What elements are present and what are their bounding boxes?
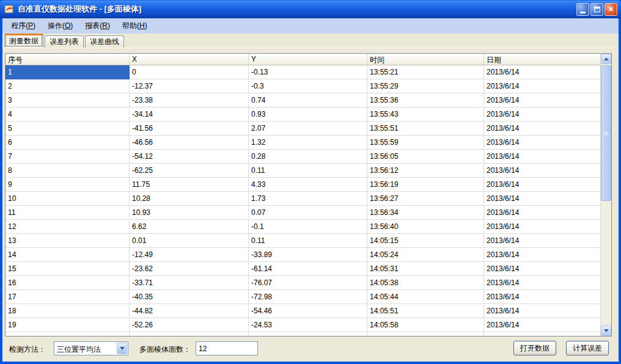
table-cell[interactable]: -12.49 [130, 248, 249, 262]
table-row[interactable]: 15-23.62-61.1414:05:312013/6/14 [6, 262, 601, 276]
menu-item-report[interactable]: 报表(R) [79, 18, 116, 34]
table-cell[interactable]: 3 [6, 93, 130, 107]
table-cell[interactable]: 18 [6, 304, 130, 318]
table-row[interactable]: 1010.281.7313:56:272013/6/14 [6, 192, 601, 206]
table-cell[interactable]: 10.93 [130, 206, 249, 220]
table-cell[interactable]: 1.73 [249, 192, 367, 206]
table-cell[interactable]: 12 [6, 220, 130, 234]
table-row[interactable]: 8-62.250.1113:56:122013/6/14 [6, 164, 601, 178]
table-cell[interactable]: 13:55:36 [367, 93, 484, 107]
table-cell[interactable]: 2013/6/14 [484, 122, 601, 136]
table-cell[interactable]: 16 [6, 276, 130, 290]
table-cell[interactable]: 2013/6/14 [484, 318, 601, 332]
table-cell[interactable]: 5 [6, 122, 130, 136]
table-row[interactable]: 126.62-0.113:56:402013/6/14 [6, 220, 601, 234]
table-cell[interactable]: 2013/6/14 [484, 178, 601, 192]
table-cell[interactable]: 15 [6, 262, 130, 276]
scroll-down-button[interactable] [601, 326, 611, 336]
table-cell[interactable]: 2013/6/14 [484, 304, 601, 318]
table-cell[interactable]: -76.07 [249, 276, 367, 290]
table-cell[interactable]: 1 [6, 65, 130, 79]
column-header-4[interactable]: 日期 [484, 54, 601, 65]
table-cell[interactable]: 2013/6/14 [484, 93, 601, 107]
tab-error-curve[interactable]: 误差曲线 [85, 35, 124, 48]
table-cell[interactable]: 11 [6, 206, 130, 220]
table-cell[interactable]: -52.26 [130, 318, 249, 332]
table-cell[interactable]: -62.25 [130, 164, 249, 178]
table-cell[interactable]: 13:56:27 [367, 192, 484, 206]
table-cell[interactable]: 2013/6/14 [484, 164, 601, 178]
menu-item-program[interactable]: 程序(P) [5, 18, 42, 34]
calc-error-button[interactable]: 计算误差 [566, 341, 609, 355]
table-cell[interactable]: -23.62 [130, 262, 249, 276]
table-cell[interactable]: -12.37 [130, 79, 249, 93]
table-cell[interactable]: 20 [6, 332, 130, 336]
table-cell[interactable]: 1.32 [249, 136, 367, 150]
table-cell[interactable]: 0.46 [249, 332, 367, 336]
method-combobox[interactable]: 三位置平均法 [54, 341, 128, 355]
table-cell[interactable]: 2.07 [249, 122, 367, 136]
table-row[interactable]: 16-33.71-76.0714:05:382013/6/14 [6, 276, 601, 290]
table-row[interactable]: 4-34.140.9313:55:432013/6/14 [6, 107, 601, 122]
table-row[interactable]: 14-12.49-33.8914:05:242013/6/14 [6, 248, 601, 262]
table-row[interactable]: 19-52.26-24.5314:05:582013/6/14 [6, 318, 601, 332]
table-cell[interactable]: 13:55:59 [367, 136, 484, 150]
table-row[interactable]: 5-41.562.0713:55:512013/6/14 [6, 122, 601, 136]
table-row[interactable]: 7-54.120.2813:56:052013/6/14 [6, 150, 601, 164]
table-cell[interactable]: 13:56:40 [367, 220, 484, 234]
table-cell[interactable]: 19 [6, 318, 130, 332]
table-row[interactable]: 17-40.35-72.9814:05:442013/6/14 [6, 290, 601, 304]
table-cell[interactable]: 13:56:34 [367, 206, 484, 220]
faces-count-input[interactable] [196, 341, 258, 355]
column-header-0[interactable]: 序号 [6, 54, 130, 65]
table-cell[interactable]: 14:06:05 [367, 332, 484, 336]
table-cell[interactable]: 14:05:31 [367, 262, 484, 276]
table-cell[interactable]: 13 [6, 234, 130, 248]
table-cell[interactable]: 6 [6, 136, 130, 150]
table-cell[interactable]: 0.01 [130, 234, 249, 248]
table-cell[interactable]: 2013/6/14 [484, 192, 601, 206]
table-cell[interactable]: 2013/6/14 [484, 276, 601, 290]
table-cell[interactable]: -40.35 [130, 290, 249, 304]
close-button[interactable]: ✕ [604, 3, 617, 16]
table-cell[interactable]: 0.93 [249, 107, 367, 122]
table-cell[interactable]: -23.38 [130, 93, 249, 107]
column-header-3[interactable]: 时间 [367, 54, 484, 65]
table-cell[interactable]: 13:55:51 [367, 122, 484, 136]
table-cell[interactable]: 2013/6/14 [484, 79, 601, 93]
column-header-1[interactable]: X [130, 54, 249, 65]
table-cell[interactable]: 2013/6/14 [484, 248, 601, 262]
table-cell[interactable]: -61.14 [249, 262, 367, 276]
table-row[interactable]: 2-12.37-0.313:55:292013/6/14 [6, 79, 601, 93]
table-cell[interactable]: 2013/6/14 [484, 234, 601, 248]
table-cell[interactable]: -0.3 [249, 79, 367, 93]
table-cell[interactable]: 0.11 [249, 164, 367, 178]
table-cell[interactable]: -54.12 [130, 150, 249, 164]
table-cell[interactable]: 2013/6/14 [484, 332, 601, 336]
table-cell[interactable]: 2013/6/14 [484, 107, 601, 122]
table-cell[interactable]: -54.46 [249, 304, 367, 318]
table-cell[interactable]: 6.62 [130, 220, 249, 234]
table-cell[interactable]: 14:05:58 [367, 318, 484, 332]
column-header-2[interactable]: Y [249, 54, 367, 65]
table-cell[interactable]: 14:05:51 [367, 304, 484, 318]
table-cell[interactable]: 2013/6/14 [484, 150, 601, 164]
table-row[interactable]: 6-46.561.3213:55:592013/6/14 [6, 136, 601, 150]
table-cell[interactable]: 9 [6, 178, 130, 192]
table-cell[interactable]: 2013/6/14 [484, 220, 601, 234]
table-cell[interactable]: 14:05:38 [367, 276, 484, 290]
table-row[interactable]: 911.754.3313:56:192013/6/14 [6, 178, 601, 192]
table-cell[interactable]: 17 [6, 290, 130, 304]
table-cell[interactable]: 8 [6, 164, 130, 178]
menu-item-operation[interactable]: 操作(O) [42, 18, 79, 34]
table-cell[interactable]: -0.13 [249, 65, 367, 79]
table-cell[interactable]: 0.74 [249, 93, 367, 107]
table-cell[interactable]: 14:05:44 [367, 290, 484, 304]
table-cell[interactable]: 13:56:05 [367, 150, 484, 164]
table-cell[interactable]: 4 [6, 107, 130, 122]
table-cell[interactable]: -33.89 [249, 248, 367, 262]
table-cell[interactable]: 2 [6, 79, 130, 93]
table-cell[interactable]: 2013/6/14 [484, 290, 601, 304]
table-cell[interactable]: 13:55:43 [367, 107, 484, 122]
table-row[interactable]: 3-23.380.7413:55:362013/6/14 [6, 93, 601, 107]
